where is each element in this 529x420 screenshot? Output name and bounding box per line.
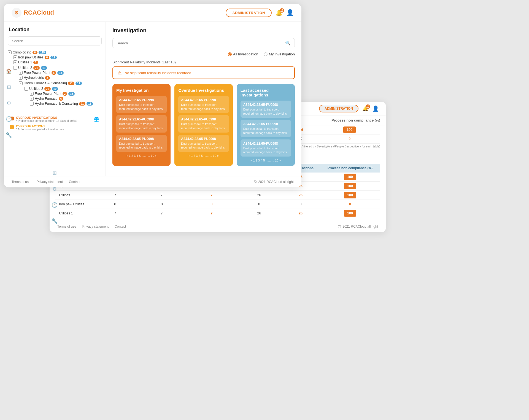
- process-compliance-label: Process non compliance (%): [331, 118, 380, 122]
- card-last-item-1[interactable]: A344.42.22.65-PU0998 Dust pumps fail to …: [241, 101, 291, 118]
- card-last-item-2[interactable]: A344.42.22.65-PU0998 Dust pumps fail to …: [241, 120, 291, 137]
- admin-button[interactable]: ADMINISTRATION: [226, 9, 272, 17]
- nav-icon-settings[interactable]: ⚙: [4, 98, 14, 108]
- alert-triangle-icon: ⚠: [117, 70, 122, 76]
- card-item-3[interactable]: A344.42.22.65-PU0998 Dust pumps fail to …: [116, 135, 167, 152]
- card-overdue-item-2-desc: Dust pumps fail to transport required to…: [181, 122, 226, 130]
- tree-toggle-utilities1[interactable]: +: [13, 60, 17, 64]
- card-item-1-id: A344.42.22.65-PU0998: [119, 98, 164, 102]
- second-notification-button[interactable]: 🔔 12: [362, 106, 368, 112]
- tree-toggle-ironpaw[interactable]: +: [13, 55, 17, 59]
- badge-hfc-1: 21: [68, 82, 74, 85]
- tree-toggle-utilities2b[interactable]: −: [24, 87, 28, 91]
- td-utilities: Utilities: [55, 191, 93, 200]
- pagination-my[interactable]: « 1 2 3 4 5 .......... 10 »: [116, 154, 167, 157]
- notification-badge: 12: [280, 8, 284, 13]
- tree-row-hydrofurnace2[interactable]: + Hydro Furnace 6: [30, 96, 102, 101]
- globe-icon[interactable]: 🌐: [93, 117, 99, 123]
- nav-icon-wrench[interactable]: 🔧: [4, 130, 14, 140]
- card-item-1[interactable]: A344.42.22.65-PU0998 Dust pumps fail to …: [116, 96, 167, 113]
- header-right: ADMINISTRATION 🔔 12 👤: [226, 9, 294, 17]
- badge-ironpaw-1: 6: [45, 56, 50, 59]
- second-footer-privacy[interactable]: Privacy statement: [82, 225, 109, 228]
- nav-icon-home[interactable]: 🏠: [4, 66, 14, 76]
- badge-fpp2-1: 2: [63, 92, 68, 96]
- card-overdue-item-1-desc: Dust pumps fail to transport required to…: [181, 103, 226, 111]
- td-overdue-ip: 0: [186, 200, 237, 209]
- tree-row-hydroelectric[interactable]: + Hydroelectric 8: [19, 75, 102, 80]
- second-footer-terms[interactable]: Terms of use: [57, 225, 76, 228]
- tree-node-utilities2b: − Utilities 2 21 10 +: [24, 86, 102, 107]
- card-overdue-item-3-id: A344.42.22.65-PU0998: [181, 137, 226, 141]
- card-title-overdue: Overdue Investigations: [178, 88, 229, 93]
- second-footer-copy-text: 2021 RCACloud all right: [342, 225, 378, 228]
- tree-row-utilities2b[interactable]: − Utilities 2 21 10: [24, 86, 102, 91]
- second-nav-icon-clock[interactable]: 🕐: [50, 200, 60, 210]
- tree-toggle-freepowerplant2[interactable]: +: [30, 92, 34, 96]
- card-item-3-id: A344.42.22.65-PU0998: [119, 137, 164, 141]
- td-overdue-actions-ip: 0: [281, 200, 320, 209]
- second-footer-contact[interactable]: Contact: [115, 225, 126, 228]
- card-my-investigation: My Investigation A344.42.22.65-PU0998 Du…: [112, 84, 171, 166]
- badge-u2b-1: 21: [44, 87, 51, 91]
- nav-icon-clock[interactable]: 🕐: [4, 114, 14, 124]
- tree-toggle-utilities2[interactable]: −: [13, 66, 17, 70]
- compliance-badge-u1a: 100: [344, 210, 356, 217]
- second-nav-icon-grid[interactable]: ⊞: [50, 168, 60, 178]
- card-overdue-item-3[interactable]: A344.42.22.65-PU0998 Dust pumps fail to …: [178, 135, 229, 152]
- tree-row-hydrofurnaceconsalting2[interactable]: − Hydro Furnace & Consalting 21 11: [30, 101, 102, 106]
- location-search-input[interactable]: [8, 36, 102, 45]
- second-admin-button[interactable]: ADMINISTRATION: [319, 105, 358, 112]
- second-nav-icon-wrench[interactable]: 🔧: [50, 216, 60, 226]
- second-nav-icon-settings[interactable]: ⚙: [50, 184, 60, 194]
- legend-sub-overdue-actions: * Actions not completed within due date: [16, 128, 64, 131]
- second-header-right: ADMINISTRATION 🔔 12 👤: [319, 105, 379, 112]
- footer-contact[interactable]: Contact: [69, 180, 80, 184]
- tree-toggle-freepowerplant[interactable]: +: [19, 71, 23, 75]
- td-overdue-u1a: 7: [186, 209, 237, 218]
- table-row: Iron paw Utilities 0 0 0 0 0 0: [55, 200, 380, 209]
- footer-terms[interactable]: Terms of use: [12, 180, 31, 184]
- card-item-1-desc: Dust pumps fail to transport required to…: [119, 103, 164, 111]
- tree-label-hydrofurnace: Hydro Furnace & Consalting: [24, 81, 67, 85]
- card-overdue-item-2[interactable]: A344.42.22.65-PU0998 Dust pumps fail to …: [178, 115, 229, 132]
- tree-toggle-hydrofurnace2[interactable]: +: [30, 97, 34, 101]
- radio-all-investigation[interactable]: All Investigation: [228, 52, 258, 56]
- body-layout: Location − Olimpico inc 6 115 +: [4, 22, 301, 176]
- card-item-2[interactable]: A344.42.22.65-PU0998 Dust pumps fail to …: [116, 115, 167, 132]
- tree-toggle-hydroelectric[interactable]: +: [19, 76, 23, 80]
- tree-row-utilities2[interactable]: − Utilities 2 21 11: [13, 65, 102, 70]
- tree-label-ironpaw: Iron paw Utilities: [18, 55, 44, 59]
- tree-toggle-hydrofurnace[interactable]: −: [19, 81, 23, 85]
- nav-icon-grid[interactable]: ⊞: [4, 82, 14, 92]
- tree-row-freepowerplant2[interactable]: + Free Power Plant 2 13: [30, 91, 102, 96]
- tree-row-ironpaw[interactable]: + Iron paw Utilities 6 11: [13, 55, 102, 60]
- second-user-button[interactable]: 👤: [372, 105, 379, 112]
- second-footer-copyright: © 2021 RCACloud all right: [338, 224, 378, 229]
- badge-ironpaw-2: 11: [50, 56, 57, 59]
- tree-row-freepowerplant[interactable]: + Free Power Plant 8 13: [19, 70, 102, 75]
- radio-my-investigation[interactable]: My Investigation: [264, 52, 295, 56]
- badge-hydro-1: 8: [45, 76, 50, 80]
- user-button[interactable]: 👤: [286, 9, 294, 16]
- investigation-search-input[interactable]: [117, 41, 283, 45]
- td-compliance-u1: 0: [319, 134, 380, 144]
- card-last-item-3[interactable]: A344.42.22.65-PU0998 Dust pumps fail to …: [241, 139, 291, 157]
- tree-row-utilities1[interactable]: + Utilities 1 1: [13, 60, 102, 65]
- tree-toggle-olimpico[interactable]: −: [8, 50, 12, 54]
- second-footer-links: Terms of use Privacy statement Contact: [57, 225, 126, 228]
- legend-title-overdue-actions: OVERDUE ACTIONS: [16, 125, 64, 128]
- tree-toggle-hfc2[interactable]: −: [30, 102, 34, 106]
- radio-dot-all: [228, 52, 232, 56]
- pagination-last[interactable]: « 1 2 3 4 5 .......... 10 »: [241, 159, 291, 162]
- card-overdue-item-1[interactable]: A344.42.22.65-PU0998 Dust pumps fail to …: [178, 96, 229, 113]
- tree-label-olimpico: Olimpico inc: [13, 50, 31, 54]
- notification-button[interactable]: 🔔 12: [276, 9, 282, 16]
- pagination-overdue[interactable]: « 1 2 3 4 5 .......... 10 »: [178, 154, 229, 157]
- investigation-title: Investigation: [112, 27, 295, 34]
- footer-copy-text: 2021 RCACloud all right: [258, 180, 294, 184]
- tree-row-olimpico[interactable]: − Olimpico inc 6 115: [8, 50, 102, 55]
- tree-label-hfc2: Hydro Furnace & Consalting: [35, 102, 78, 106]
- card-last-item-1-id: A344.42.22.65-PU0998: [243, 103, 288, 107]
- tree-row-hydrofurnace[interactable]: − Hydro Furnace & Consalting 21 11: [19, 81, 102, 86]
